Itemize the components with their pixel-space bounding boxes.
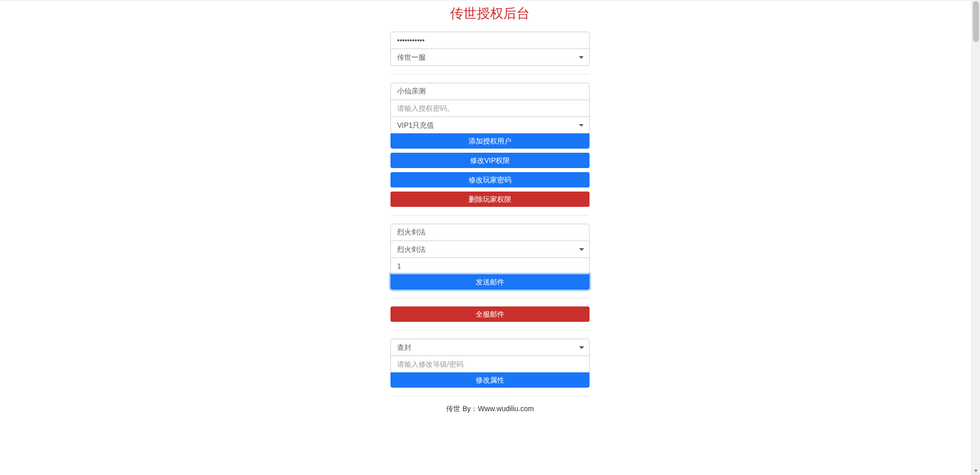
section-modify-attr: 查封 修改属性 (390, 339, 590, 396)
send-mail-button[interactable]: 发送邮件 (390, 274, 590, 290)
modify-player-password-button[interactable]: 修改玩家密码 (390, 172, 590, 187)
scrollbar-thumb[interactable] (973, 1, 979, 42)
section-auth-user: VIP1只充值 添加授权用户 修改VIP权限 修改玩家密码 删除玩家权限 (390, 83, 590, 216)
server-select[interactable]: 传世一服 (390, 49, 590, 66)
username-input[interactable] (390, 83, 590, 100)
global-mail-button[interactable]: 全服邮件 (390, 306, 590, 322)
vip-level-select[interactable]: VIP1只充值 (390, 116, 590, 134)
scrollbar-down-arrow[interactable]: ▼ (972, 466, 980, 475)
auth-password-input[interactable] (390, 100, 590, 117)
main-container: 传世授权后台 传世一服 VIP1只充值 添加授权用户 修改VIP权限 (390, 1, 590, 424)
modify-attribute-button[interactable]: 修改属性 (390, 372, 590, 388)
add-auth-user-button[interactable]: 添加授权用户 (390, 133, 590, 149)
footer-text: 传世 By：Www.wudiliu.com (390, 405, 590, 424)
item-quantity-input[interactable] (390, 257, 590, 275)
modify-vip-button[interactable]: 修改VIP权限 (390, 153, 590, 168)
section-login: 传世一服 (390, 32, 590, 75)
action-select[interactable]: 查封 (390, 339, 590, 356)
admin-password-input[interactable] (390, 32, 590, 49)
level-password-input[interactable] (390, 355, 590, 373)
item-select[interactable]: 烈火剑法 (390, 241, 590, 258)
scrollbar[interactable]: ▲ ▼ (971, 0, 980, 475)
section-mail: 烈火剑法 发送邮件 (390, 224, 590, 298)
delete-player-permission-button[interactable]: 删除玩家权限 (390, 192, 590, 207)
page-title: 传世授权后台 (390, 5, 590, 22)
item-name-input[interactable] (390, 224, 590, 241)
section-global-mail: 全服邮件 (390, 306, 590, 330)
